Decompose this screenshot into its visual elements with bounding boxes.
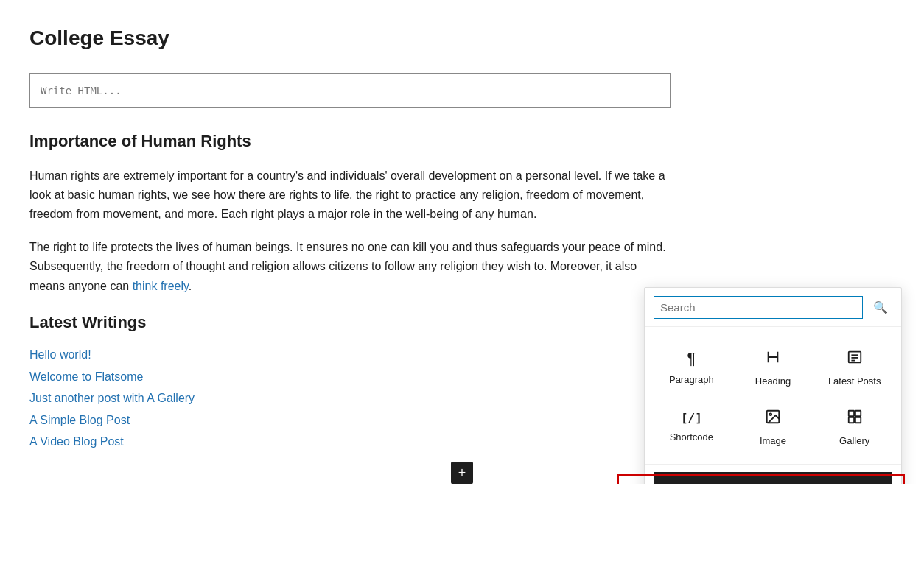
svg-rect-8 [848, 417, 853, 423]
search-button[interactable]: 🔍 [869, 295, 892, 319]
paragraph-icon: ¶ [687, 350, 696, 367]
latest-posts-icon [847, 349, 863, 368]
inserter-item-image[interactable]: Image [732, 398, 814, 458]
html-input-wrapper[interactable] [29, 73, 671, 108]
inserter-item-heading-label: Heading [755, 374, 791, 390]
shortcode-icon: [/] [681, 412, 702, 424]
svg-rect-7 [855, 411, 861, 416]
inserter-grid: ¶ Paragraph Heading [645, 327, 901, 464]
section1-heading: Importance of Human Rights [29, 128, 895, 154]
svg-point-5 [769, 413, 771, 415]
add-block-button[interactable]: + [451, 462, 473, 484]
browse-all-section: Browse all [645, 464, 901, 484]
inserter-item-latest-posts[interactable]: Latest Posts [813, 339, 895, 398]
inserter-item-gallery[interactable]: Gallery [813, 398, 895, 458]
svg-rect-6 [848, 411, 853, 416]
link-video-blog[interactable]: A Video Blog Post [29, 435, 124, 448]
inserter-item-paragraph[interactable]: ¶ Paragraph [651, 339, 732, 398]
heading-icon [765, 349, 781, 368]
inserter-search-area: 🔍 [645, 288, 901, 327]
link-simple-blog[interactable]: A Simple Blog Post [29, 414, 130, 426]
section1-paragraph2: The right to life protects the lives of … [29, 238, 671, 296]
inserter-item-shortcode[interactable]: [/] Shortcode [651, 398, 732, 458]
link-gallery-post[interactable]: Just another post with A Gallery [29, 392, 195, 404]
image-icon [765, 409, 781, 428]
inserter-item-shortcode-label: Shortcode [670, 430, 713, 445]
inserter-item-heading[interactable]: Heading [732, 339, 814, 398]
browse-all-button[interactable]: Browse all [654, 472, 892, 484]
gallery-icon [847, 409, 863, 428]
link-welcome-flatsome[interactable]: Welcome to Flatsome [29, 370, 143, 383]
inserter-item-gallery-label: Gallery [839, 434, 869, 449]
html-input[interactable] [41, 85, 659, 96]
block-inserter-popup: 🔍 ¶ Paragraph Heading [644, 287, 902, 484]
inserter-item-image-label: Image [760, 434, 786, 449]
svg-rect-9 [855, 417, 861, 423]
inserter-search-input[interactable] [654, 296, 863, 319]
link-hello-world[interactable]: Hello world! [29, 348, 91, 361]
inserter-item-latest-posts-label: Latest Posts [828, 374, 881, 390]
think-freely-link[interactable]: think freely [133, 280, 189, 292]
search-icon: 🔍 [873, 300, 888, 314]
section1-paragraph1: Human rights are extremely important for… [29, 166, 671, 225]
inserter-item-paragraph-label: Paragraph [669, 373, 714, 388]
page-title: College Essay [29, 22, 895, 55]
